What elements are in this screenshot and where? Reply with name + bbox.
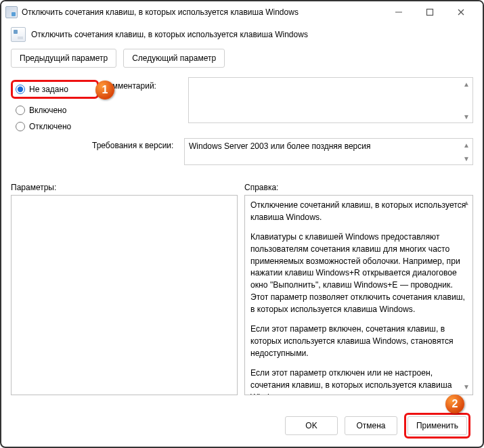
radio-disabled-input[interactable] xyxy=(16,122,25,131)
annotation-marker-1: 1 xyxy=(95,81,114,99)
next-setting-button[interactable]: Следующий параметр xyxy=(123,49,225,68)
scroll-down-icon[interactable]: ▼ xyxy=(462,112,471,121)
scroll-up-icon[interactable]: ▲ xyxy=(462,140,471,150)
highlight-apply: Применить 2 xyxy=(404,413,470,439)
help-label: Справка: xyxy=(244,183,473,192)
previous-setting-button[interactable]: Предыдущий параметр xyxy=(11,49,116,68)
radio-disabled[interactable]: Отключено xyxy=(11,122,99,131)
requirements-value: Windows Server 2003 или более поздняя ве… xyxy=(189,141,370,151)
annotation-marker-2: 2 xyxy=(445,395,464,413)
radio-enabled-label: Включено xyxy=(29,106,66,115)
parameters-label: Параметры: xyxy=(11,183,238,192)
apply-button[interactable]: Применить xyxy=(408,416,467,435)
scroll-down-icon[interactable]: ▼ xyxy=(462,382,471,392)
close-button[interactable] xyxy=(452,3,470,22)
parameters-pane xyxy=(11,195,238,395)
scroll-up-icon[interactable]: ▲ xyxy=(462,79,471,89)
help-paragraph: Если этот параметр отключен или не настр… xyxy=(250,367,467,395)
radio-enabled[interactable]: Включено xyxy=(11,106,99,115)
help-paragraph: Если этот параметр включен, сочетания кл… xyxy=(250,323,467,359)
svg-rect-1 xyxy=(427,9,433,16)
requirements-label: Требования к версии: xyxy=(11,138,180,150)
scroll-up-icon[interactable]: ▲ xyxy=(462,198,471,208)
maximize-button[interactable] xyxy=(420,3,439,22)
window-title: Отключить сочетания клавиш, в которых ис… xyxy=(22,7,299,17)
scroll-down-icon[interactable]: ▼ xyxy=(462,154,471,163)
state-radio-group: Не задано 1 Включено Отключено xyxy=(11,77,99,131)
help-paragraph: Отключение сочетаний клавиш, в которых и… xyxy=(250,200,467,223)
app-icon xyxy=(5,6,18,18)
comment-label: Комментарий: xyxy=(103,77,184,91)
ok-button[interactable]: OK xyxy=(285,416,338,435)
policy-title: Отключить сочетания клавиш, в которых ис… xyxy=(31,30,308,39)
requirements-box: Windows Server 2003 или более поздняя ве… xyxy=(184,138,473,165)
policy-header: Отключить сочетания клавиш, в которых ис… xyxy=(1,23,483,49)
radio-enabled-input[interactable] xyxy=(16,106,25,115)
highlight-not-configured: Не задано 1 xyxy=(11,80,99,99)
policy-icon xyxy=(11,27,26,42)
radio-not-configured-input[interactable] xyxy=(16,85,25,94)
radio-not-configured-label: Не задано xyxy=(29,85,68,94)
comment-textarea[interactable]: ▲ ▼ xyxy=(188,77,473,123)
radio-disabled-label: Отключено xyxy=(29,122,71,131)
dialog-footer: OK Отмена Применить 2 xyxy=(1,413,483,439)
help-pane: Отключение сочетаний клавиш, в которых и… xyxy=(244,195,473,395)
radio-not-configured[interactable]: Не задано xyxy=(16,85,68,94)
cancel-button[interactable]: Отмена xyxy=(345,416,397,435)
title-bar: Отключить сочетания клавиш, в которых ис… xyxy=(1,1,483,23)
minimize-button[interactable] xyxy=(389,3,408,22)
help-paragraph: Клавиатуры с клавишей Windows предоставл… xyxy=(250,231,467,315)
